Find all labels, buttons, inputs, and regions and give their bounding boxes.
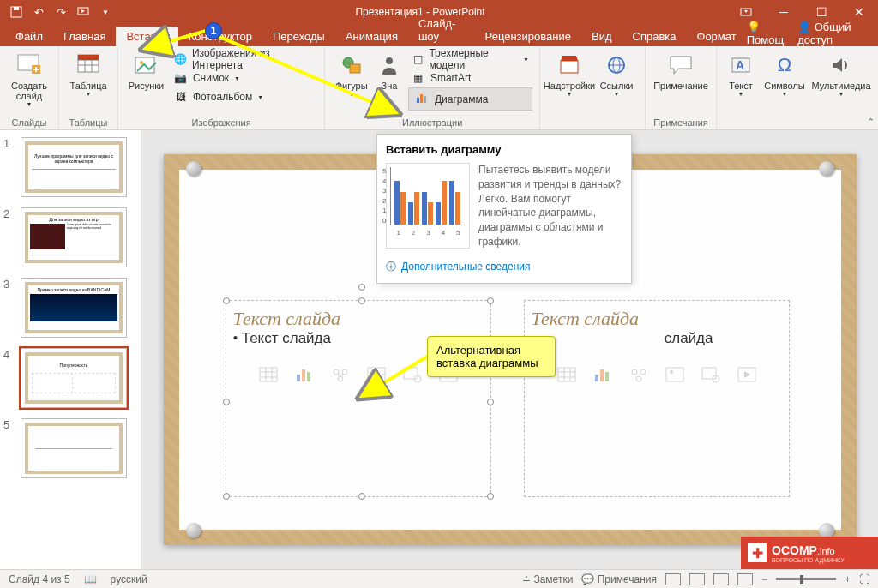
store-icon <box>556 51 583 79</box>
svg-line-69 <box>206 31 377 105</box>
notes-button[interactable]: ≐ Заметки <box>522 573 573 585</box>
tab-help[interactable]: Справка <box>622 27 687 46</box>
svg-text:A: A <box>736 58 744 72</box>
start-slideshow-icon[interactable] <box>75 4 91 20</box>
save-icon[interactable] <box>9 4 24 20</box>
insert-video-icon[interactable] <box>735 364 759 385</box>
slideshow-view-icon[interactable] <box>737 573 753 585</box>
slide-thumb-4[interactable]: Популярность <box>21 348 127 408</box>
svg-rect-21 <box>417 98 419 103</box>
insert-picture-icon[interactable] <box>663 364 687 385</box>
svg-marker-3 <box>81 9 85 13</box>
thumb-number: 1 <box>3 137 15 197</box>
reading-view-icon[interactable] <box>713 573 729 585</box>
svg-rect-63 <box>702 368 716 379</box>
content-placeholder-left[interactable]: Текст слайда • Текст слайда <box>226 300 491 497</box>
insert-online-picture-icon[interactable] <box>699 364 723 385</box>
zoom-in-icon[interactable]: + <box>845 573 851 585</box>
svg-marker-30 <box>833 58 842 72</box>
watermark-plus-icon: ✚ <box>748 543 767 562</box>
links-button[interactable]: Ссылки ▼ <box>595 50 638 99</box>
share-button[interactable]: 👤 Общий доступ <box>797 21 869 46</box>
collapse-ribbon-icon[interactable]: ⌃ <box>867 117 875 128</box>
insert-smartart-icon[interactable] <box>328 364 352 385</box>
svg-marker-66 <box>744 371 750 378</box>
watermark: ✚ OCOMP.info ВОПРОСЫ ПО АДМИНКУ <box>741 537 878 569</box>
svg-point-41 <box>338 376 343 381</box>
undo-icon[interactable]: ↶ <box>31 4 46 20</box>
thumb-number: 4 <box>3 348 15 408</box>
placeholder-icons <box>532 364 782 385</box>
group-text: A Текст ▼ Ω Символы ▼ Мультимедиа ▼ <box>717 46 878 129</box>
new-slide-icon <box>15 51 43 79</box>
insert-chart-icon[interactable] <box>292 364 316 385</box>
comment-button[interactable]: Примечание <box>652 50 709 93</box>
chart-tooltip: Вставить диаграмму 543210 12345 Пытаетес… <box>376 134 632 284</box>
group-tables: Таблица ▼ Таблицы <box>59 46 118 129</box>
tab-slideshow[interactable]: Слайд-шоу <box>408 14 475 46</box>
tell-me[interactable]: 💡 Помощ <box>747 21 789 46</box>
content-placeholder-right[interactable]: Текст слайда слайда <box>524 300 790 497</box>
redo-icon[interactable]: ↷ <box>53 4 69 20</box>
svg-point-17 <box>140 61 143 64</box>
group-label <box>724 126 871 128</box>
insert-smartart-icon[interactable] <box>627 364 651 385</box>
symbols-button[interactable]: Ω Символы ▼ <box>761 50 808 99</box>
sorter-view-icon[interactable] <box>689 573 705 585</box>
speaker-icon <box>827 51 855 79</box>
svg-rect-37 <box>302 369 305 381</box>
tab-review[interactable]: Рецензирование <box>475 27 581 46</box>
slide-thumb-3[interactable]: Пример записи видео из BANDICAM <box>21 278 127 338</box>
svg-rect-15 <box>78 55 99 60</box>
zoom-slider[interactable] <box>776 578 836 580</box>
3d-models-button[interactable]: ◫Трехмерные модели ▼ <box>408 50 532 69</box>
svg-point-60 <box>636 376 641 381</box>
qat-dropdown-icon[interactable]: ▼ <box>98 4 113 20</box>
slide-thumb-1[interactable]: Лучшие программы для записи видео с экра… <box>21 137 127 197</box>
pin-icon <box>819 161 834 177</box>
omega-icon: Ω <box>771 51 798 79</box>
slide-thumb-2[interactable]: Для записи видео из игрLorem ipsum dolor… <box>21 207 127 267</box>
svg-rect-57 <box>605 372 609 381</box>
chart-icon <box>416 92 430 106</box>
tab-format[interactable]: Формат <box>687 27 747 46</box>
media-button[interactable]: Мультимедиа ▼ <box>811 50 871 99</box>
language-indicator[interactable]: русский <box>111 573 147 585</box>
addins-button[interactable]: Надстройки ▼ <box>547 50 592 99</box>
svg-rect-55 <box>595 375 598 381</box>
group-comments: Примечание Примечания <box>646 46 717 129</box>
insert-table-icon[interactable] <box>256 364 280 385</box>
thumb-number: 2 <box>3 207 15 267</box>
normal-view-icon[interactable] <box>665 573 681 585</box>
tooltip-title: Вставить диаграмму <box>386 143 622 156</box>
comments-button[interactable]: 💬 Примечания <box>581 573 657 585</box>
quick-access-toolbar: ↶ ↷ ▼ <box>0 4 113 20</box>
thumb-number: 3 <box>3 278 15 338</box>
table-button[interactable]: Таблица ▼ <box>66 50 111 99</box>
smartart-button[interactable]: ▦SmartArt <box>408 69 532 87</box>
tab-file[interactable]: Файл <box>5 27 53 46</box>
status-bar: Слайд 4 из 5 📖 русский ≐ Заметки 💬 Приме… <box>0 569 878 588</box>
spellcheck-icon[interactable]: 📖 <box>84 573 97 585</box>
svg-rect-1 <box>14 7 19 10</box>
tooltip-more-link[interactable]: ⓘДополнительные сведения <box>386 260 622 274</box>
tab-view[interactable]: Вид <box>581 27 622 46</box>
fit-window-icon[interactable]: ⛶ <box>859 573 869 585</box>
placeholder-title: Текст слайда <box>233 308 484 330</box>
table-icon <box>75 51 102 79</box>
insert-table-icon[interactable] <box>555 364 579 385</box>
group-label: Примечания <box>652 116 709 128</box>
tab-home[interactable]: Главная <box>53 27 116 46</box>
chart-button[interactable]: Диаграмма <box>408 87 532 111</box>
placeholder-title: Текст слайда <box>532 308 782 330</box>
svg-rect-56 <box>600 369 604 381</box>
new-slide-button[interactable]: Создать слайд ▼ <box>7 50 51 109</box>
svg-line-68 <box>165 31 206 43</box>
text-button[interactable]: A Текст ▼ <box>724 50 758 99</box>
svg-rect-61 <box>666 368 683 381</box>
insert-chart-icon[interactable] <box>591 364 615 385</box>
slide-position: Слайд 4 из 5 <box>9 573 70 585</box>
zoom-out-icon[interactable]: − <box>761 573 767 585</box>
slide-thumb-5[interactable] <box>21 418 127 478</box>
placeholder-bullet: слайда <box>532 330 782 347</box>
